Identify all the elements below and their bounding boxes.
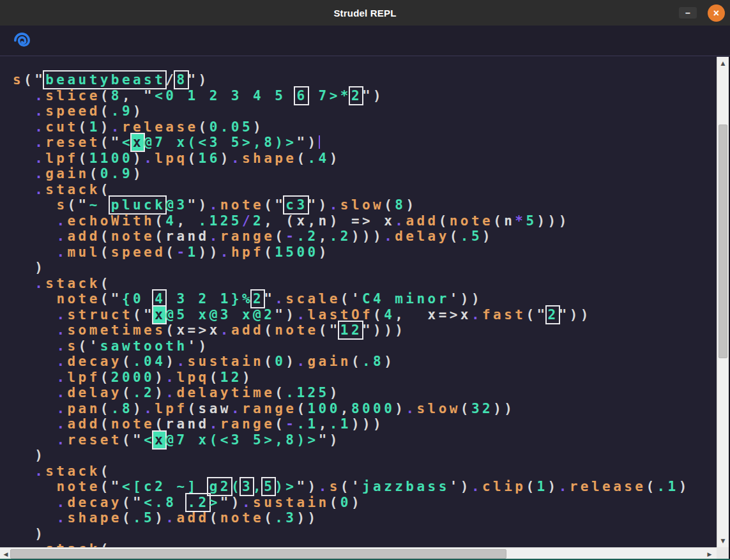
v-scroll-up-button[interactable]: ▲ xyxy=(717,58,729,68)
code-line: note("{0 4 3 2 1}%2".scale('C4 minor')) xyxy=(13,291,717,307)
app-toolbar xyxy=(0,26,730,56)
minimize-icon: – xyxy=(685,8,690,18)
code-line: ) xyxy=(13,448,717,464)
code-line: .gain(0.9) xyxy=(13,166,717,182)
strudel-repl-window: Strudel REPL – × s("beautybeast/8") .sli… xyxy=(0,0,730,560)
close-icon: × xyxy=(713,8,719,19)
code-line: .struct("x@5 x@3 x@2").lastOf(4, x=>x.fa… xyxy=(13,307,717,323)
code-line: .decay(.04).sustain(0).gain(.8) xyxy=(13,354,717,370)
text-caret xyxy=(319,135,320,149)
code-line: .add(note(rand.range(-.1,.1))) xyxy=(13,416,717,432)
minimize-button[interactable]: – xyxy=(679,7,697,19)
code-line: .stack( xyxy=(13,541,717,547)
scroll-down-arrow-icon: ▼ xyxy=(721,538,726,544)
code-area[interactable]: s("beautybeast/8") .slice(8, "<0 1 2 3 4… xyxy=(0,57,717,547)
code-line: .lpf(1100).lpq(16).shape(.4) xyxy=(13,151,717,167)
code-line: .reset("<x@7 x(<3 5>,8)>") xyxy=(13,432,717,448)
code-line: .stack( xyxy=(13,276,717,292)
code-line: note("<[c2 ~] g2(3,5)>").s('jazzbass').c… xyxy=(13,479,717,495)
code-line: .echoWith(4, .125/2, (x,n) => x.add(note… xyxy=(13,213,717,229)
code-line: .pan(.8).lpf(saw.range(100,8000).slow(32… xyxy=(13,401,717,417)
code-line: .cut(1).release(0.05) xyxy=(13,119,717,135)
code-line: .mul(speed(-1)).hpf(1500) xyxy=(13,245,717,261)
code-line: s("beautybeast/8") xyxy=(13,72,717,88)
code-line: ) xyxy=(13,260,717,276)
strudel-spiral-logo-icon[interactable] xyxy=(12,31,32,50)
scroll-up-arrow-icon: ▲ xyxy=(721,60,726,66)
v-scroll-thumb[interactable] xyxy=(719,125,727,358)
code-line: .stack( xyxy=(13,464,717,480)
close-button[interactable]: × xyxy=(708,4,725,22)
code-line: .speed(.9) xyxy=(13,103,717,119)
code-line: .delay(.2).delaytime(.125) xyxy=(13,385,717,401)
code-line: ) xyxy=(13,526,717,542)
code-line: .stack( xyxy=(13,182,717,198)
window-title: Strudel REPL xyxy=(333,8,396,19)
code-editor[interactable]: s("beautybeast/8") .slice(8, "<0 1 2 3 4… xyxy=(0,57,717,547)
scroll-right-arrow-icon: ▶ xyxy=(708,551,712,557)
code-line: .decay("<.8 .2>").sustain(0) xyxy=(13,495,717,511)
code-line: s("~ pluck@3").note("c3").slow(8) xyxy=(13,197,717,213)
code-line: .s('sawtooth') xyxy=(13,338,717,354)
code-line: .sometimes(x=>x.add(note("12"))) xyxy=(13,322,717,338)
window-titlebar[interactable]: Strudel REPL – × xyxy=(0,0,730,26)
scroll-left-arrow-icon: ◀ xyxy=(4,551,8,557)
v-scrollbar[interactable]: ▲ ▼ xyxy=(717,57,729,547)
h-scroll-thumb[interactable] xyxy=(10,549,506,559)
scrollbar-corner xyxy=(717,547,730,560)
v-scroll-down-button[interactable]: ▼ xyxy=(717,536,729,546)
code-line: .add(note(rand.range(-.2,.2))).delay(.5) xyxy=(13,229,717,245)
code-line: .reset("<x@7 x(<3 5>,8)>") xyxy=(13,135,717,151)
code-line: .shape(.5).add(note(.3)) xyxy=(13,510,717,526)
h-scrollbar[interactable]: ◀ ▶ xyxy=(0,547,717,560)
code-line: .lpf(2000).lpq(12) xyxy=(13,370,717,386)
code-line: .slice(8, "<0 1 2 3 4 5 6 7>*2") xyxy=(13,88,717,104)
